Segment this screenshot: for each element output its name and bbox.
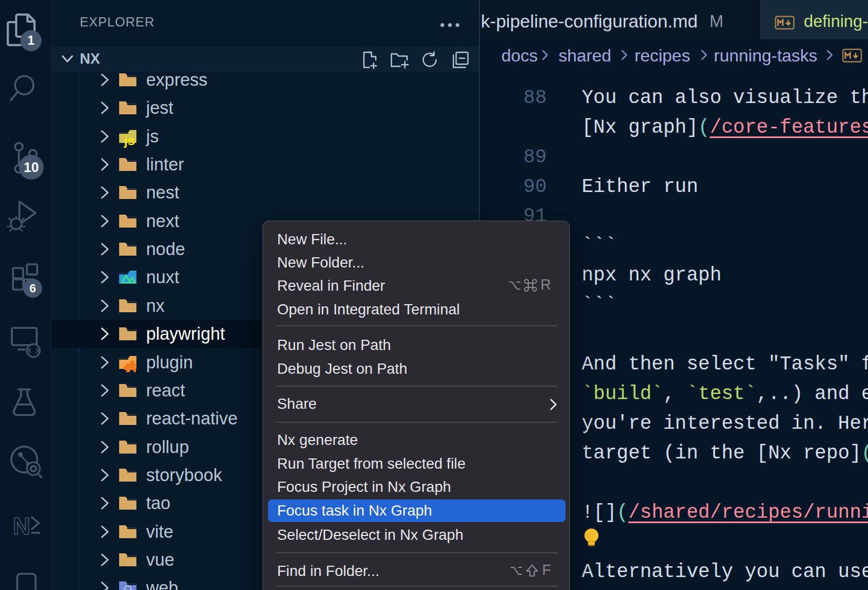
svg-text:js: js [123, 133, 135, 148]
svg-text:N: N [13, 513, 30, 539]
